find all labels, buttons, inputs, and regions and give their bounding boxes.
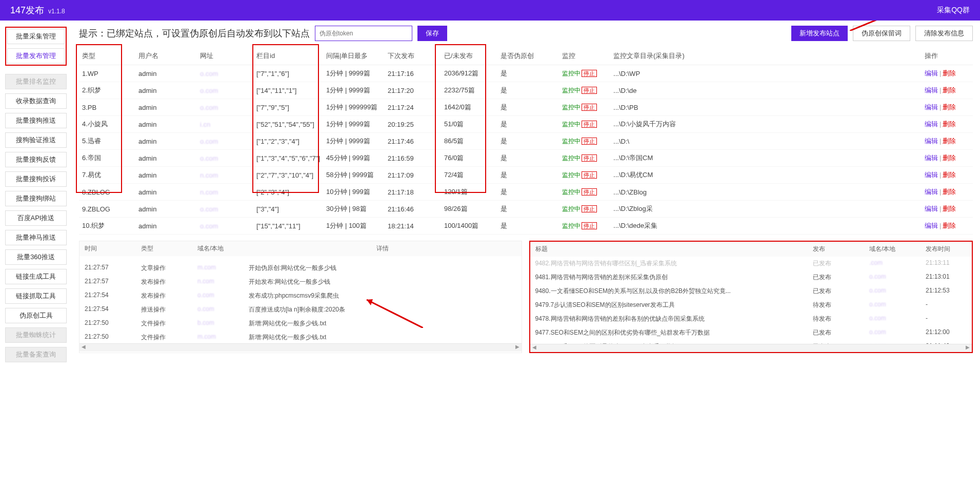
- sidebar-item[interactable]: 伪原创工具: [5, 308, 67, 323]
- edit-link[interactable]: 编辑: [925, 103, 938, 111]
- log-panel-left: 时间 类型 域名/本地 详情 21:27:57文章操作m.com开始伪原创:网站…: [79, 241, 522, 353]
- log-domain: o.com: [869, 328, 926, 337]
- edit-link[interactable]: 编辑: [925, 137, 938, 145]
- cell-next: 21:17:09: [385, 167, 441, 184]
- delete-link[interactable]: 删除: [943, 120, 956, 128]
- edit-link[interactable]: 编辑: [925, 154, 938, 162]
- cell-op: 编辑|删除: [922, 65, 973, 82]
- log-time: 21:27:50: [85, 319, 141, 328]
- log-row: 21:27:50文件操作m.com新增:网站优化一般多少钱.txt: [79, 330, 522, 343]
- log-row: [79, 256, 522, 261]
- cell-fake: 是: [497, 133, 559, 150]
- scrollbar-left[interactable]: [79, 343, 522, 352]
- sidebar-item: 批量蜘蛛统计: [5, 327, 67, 343]
- log-detail: 新增:网站优化一般多少钱.txt: [249, 333, 516, 342]
- cell-monitor: 监控中停止: [559, 82, 610, 99]
- delete-link[interactable]: 删除: [943, 137, 956, 145]
- delete-link[interactable]: 删除: [943, 222, 956, 229]
- app-version: v1.1.8: [48, 8, 65, 15]
- cell-fake: 是: [497, 201, 559, 218]
- cell-type: 4.小旋风: [79, 116, 135, 133]
- delete-link[interactable]: 删除: [943, 103, 956, 111]
- sidebar-item[interactable]: 链接抓取工具: [5, 288, 67, 304]
- cell-url: o.com: [197, 218, 253, 235]
- col-url: 网址: [197, 47, 253, 65]
- table-row: 5.迅睿admino.com["1","2","3","4"]1分钟 | 999…: [79, 133, 973, 150]
- stop-button[interactable]: 停止: [582, 222, 597, 229]
- sidebar-active-group: 批量采集管理 批量发布管理: [5, 27, 67, 66]
- cell-pub: 72/4篇: [441, 167, 497, 184]
- sidebar-item[interactable]: 收录数据查询: [5, 93, 67, 109]
- stop-button[interactable]: 停止: [582, 154, 597, 162]
- sidebar-item[interactable]: 批量搜狗绑站: [5, 191, 67, 206]
- app-title: 147发布: [10, 4, 44, 16]
- qq-group-link[interactable]: 采集QQ群: [937, 6, 970, 14]
- stop-button[interactable]: 停止: [582, 104, 597, 111]
- cell-op: 编辑|删除: [922, 167, 973, 184]
- delete-link[interactable]: 删除: [943, 69, 956, 77]
- log-right-body[interactable]: 9482.网络营销与网络营销有哪些区别_迅睿采集系统已发布.com21:13:1…: [530, 257, 972, 344]
- log-title: 9480.一文看懂SEO和SEM的关系与区别,以及你的B2B外贸独立站究竟...: [535, 287, 813, 296]
- token-input[interactable]: [315, 26, 412, 41]
- clear-publish-button[interactable]: 清除发布信息: [915, 26, 973, 41]
- log-type: 文章操作: [141, 264, 197, 272]
- stop-button[interactable]: 停止: [582, 138, 597, 145]
- app-header: 147发布 v1.1.8 采集QQ群: [0, 0, 980, 21]
- stop-button[interactable]: 停止: [582, 87, 597, 94]
- sidebar-item[interactable]: 批量搜狗推送: [5, 113, 67, 128]
- edit-link[interactable]: 编辑: [925, 86, 938, 94]
- log-row: 21:27:57文章操作m.com开始伪原创:网站优化一般多少钱: [79, 261, 522, 275]
- cell-colid: ["14","11","1"]: [253, 82, 323, 99]
- col-type: 类型: [79, 47, 135, 65]
- cell-url: n.com: [197, 184, 253, 201]
- log-time: 21:27:54: [85, 291, 141, 300]
- delete-link[interactable]: 删除: [943, 188, 956, 196]
- sidebar-item[interactable]: 链接生成工具: [5, 269, 67, 284]
- sidebar-item-collect[interactable]: 批量采集管理: [7, 29, 65, 44]
- cell-colid: ["3","4"]: [253, 201, 323, 218]
- delete-link[interactable]: 删除: [943, 171, 956, 179]
- sidebar-item[interactable]: 百度API推送: [5, 210, 67, 226]
- cell-user: admin: [135, 82, 197, 99]
- log-row: 9478.网络营销和网络营销的差别和各别的优缺点帝国采集系统待发布o.com-: [530, 312, 972, 326]
- log-left-body[interactable]: 21:27:57文章操作m.com开始伪原创:网站优化一般多少钱21:27:57…: [79, 256, 522, 343]
- cell-pub: 120/1篇: [441, 184, 497, 201]
- edit-link[interactable]: 编辑: [925, 188, 938, 196]
- delete-link[interactable]: 删除: [943, 154, 956, 162]
- cell-fake: 是: [497, 82, 559, 99]
- col-pub: 已/未发布: [441, 47, 497, 65]
- stop-button[interactable]: 停止: [582, 70, 597, 77]
- edit-link[interactable]: 编辑: [925, 120, 938, 128]
- cell-url: i.cn: [197, 116, 253, 133]
- scrollbar-right[interactable]: [530, 344, 972, 352]
- cell-dir: ...\D:\易优CM: [610, 167, 922, 184]
- cell-dir: ...\D:\Zblog采: [610, 201, 922, 218]
- sidebar-item[interactable]: 批量搜狗投诉: [5, 171, 67, 187]
- sidebar-item[interactable]: 批量搜狗反馈: [5, 152, 67, 167]
- sidebar-item-publish[interactable]: 批量发布管理: [7, 48, 65, 64]
- col-user: 用户名: [135, 47, 197, 65]
- stop-button[interactable]: 停止: [582, 121, 597, 128]
- table-row: 7.易优adminn.com["2","7","3","10","4"]58分钟…: [79, 167, 973, 184]
- stop-button[interactable]: 停止: [582, 171, 597, 179]
- edit-link[interactable]: 编辑: [925, 205, 938, 212]
- sidebar-item[interactable]: 批量神马推送: [5, 230, 67, 245]
- cell-url: o.com: [197, 150, 253, 167]
- add-site-button[interactable]: 新增发布站点: [791, 26, 848, 41]
- log-domain: o.com: [869, 315, 926, 323]
- table-row: 8.ZBLOGadminn.com["2","3","4"]10分钟 | 999…: [79, 184, 973, 201]
- delete-link[interactable]: 删除: [943, 205, 956, 212]
- cell-user: admin: [135, 201, 197, 218]
- stop-button[interactable]: 停止: [582, 188, 597, 196]
- stop-button[interactable]: 停止: [582, 205, 597, 212]
- edit-link[interactable]: 编辑: [925, 222, 938, 229]
- sidebar-item[interactable]: 搜狗验证推送: [5, 132, 67, 148]
- delete-link[interactable]: 删除: [943, 86, 956, 94]
- log-pubtime: 21:13:01: [926, 273, 967, 282]
- cell-url: o.com: [197, 65, 253, 82]
- edit-link[interactable]: 编辑: [925, 171, 938, 179]
- reserve-words-button[interactable]: 伪原创保留词: [853, 26, 910, 41]
- save-button[interactable]: 保存: [417, 26, 447, 41]
- edit-link[interactable]: 编辑: [925, 69, 938, 77]
- sidebar-item[interactable]: 批量360推送: [5, 249, 67, 265]
